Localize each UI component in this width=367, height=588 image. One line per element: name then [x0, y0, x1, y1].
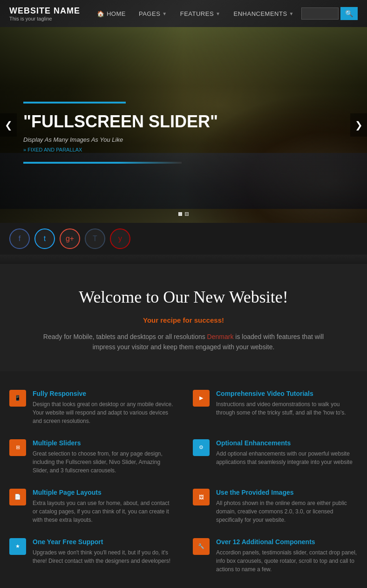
feature-desc-components: Accordion panels, testimonials slider, c…	[216, 548, 358, 574]
feature-title-sliders: Multiple Sliders	[33, 439, 174, 447]
hero-subtitle: Display As Many Images As You Like	[23, 136, 218, 143]
site-name: WEBSITE NAME	[9, 6, 80, 16]
social-bar: f t g+ T y	[0, 223, 367, 255]
feature-desc-video: Instructions and video demonstrations to…	[216, 400, 358, 417]
feature-title-images: Use the Provided Images	[216, 489, 358, 496]
hero-content: "FULLSCREEN SLIDER" Display As Many Imag…	[23, 102, 218, 164]
main-nav: 🏠 HOME PAGES ▼ FEATURES ▼ ENHANCEMENTS ▼…	[91, 7, 358, 20]
feature-video-tutorials: ▶ Comprehensive Video Tutorials Instruct…	[193, 390, 358, 425]
feature-text-components: Over 12 Additional Components Accordion …	[216, 538, 358, 574]
separator	[0, 255, 367, 264]
nav-pages[interactable]: PAGES ▼	[133, 7, 173, 20]
features-section: 📱 Fully Responsive Design that looks gre…	[0, 371, 367, 588]
feature-icon-video: ▶	[193, 390, 210, 407]
search-input[interactable]	[301, 7, 339, 20]
feature-fully-responsive: 📱 Fully Responsive Design that looks gre…	[9, 390, 174, 425]
feature-title-layouts: Multiple Page Layouts	[33, 489, 174, 496]
feature-text-sliders: Multiple Sliders Great selection to choo…	[33, 439, 174, 475]
hero-slider: "FULLSCREEN SLIDER" Display As Many Imag…	[0, 27, 367, 223]
feature-page-layouts: 📄 Multiple Page Layouts Extra layouts yo…	[9, 489, 174, 524]
feature-icon-support: ★	[9, 538, 26, 555]
feature-support: ★ One Year Free Support Upgrades we don'…	[9, 538, 174, 574]
feature-text-images: Use the Provided Images All photos shown…	[216, 489, 358, 524]
feature-desc-sliders: Great selection to choose from, for any …	[33, 450, 174, 475]
welcome-desc: Ready for Mobile, tablets and desktops o…	[39, 332, 328, 353]
hero-dot-1[interactable]	[178, 212, 182, 216]
features-arrow-icon: ▼	[216, 11, 220, 16]
site-brand: WEBSITE NAME This is your tagline	[9, 6, 80, 21]
hero-bottom-bar	[23, 162, 182, 164]
feature-components: 🔧 Over 12 Additional Components Accordio…	[193, 538, 358, 574]
site-tagline: This is your tagline	[9, 16, 80, 21]
tumblr-icon[interactable]: T	[85, 228, 105, 249]
feature-title-responsive: Fully Responsive	[33, 390, 174, 397]
denmark-link[interactable]: Denmark	[207, 333, 234, 340]
hero-title: "FULLSCREEN SLIDER"	[23, 112, 218, 131]
feature-text-responsive: Fully Responsive Design that looks great…	[33, 390, 174, 425]
feature-desc-responsive: Design that looks great on desktop or an…	[33, 400, 174, 425]
feature-title-enhancements: Optional Enhancements	[216, 439, 358, 447]
header: WEBSITE NAME This is your tagline 🏠 HOME…	[0, 0, 367, 27]
feature-title-components: Over 12 Additional Components	[216, 538, 358, 546]
nav-home[interactable]: 🏠 HOME	[91, 7, 131, 20]
facebook-icon[interactable]: f	[9, 228, 30, 249]
yelp-icon[interactable]: y	[110, 228, 130, 249]
hero-fixed-label: » FIXED AND PARALLAX	[23, 147, 218, 152]
nav-enhancements[interactable]: ENHANCEMENTS ▼	[228, 7, 299, 20]
feature-desc-images: All photos shown in the online demo are …	[216, 499, 358, 524]
welcome-section: Welcome to Our New Website! Your recipe …	[0, 264, 367, 371]
hero-dots	[178, 212, 189, 216]
pages-arrow-icon: ▼	[162, 11, 167, 16]
hero-dot-2[interactable]	[185, 212, 189, 216]
feature-icon-responsive: 📱	[9, 390, 26, 407]
feature-desc-support: Upgrades we don't think you'll need it, …	[33, 548, 174, 565]
twitter-icon[interactable]: t	[34, 228, 55, 249]
feature-title-support: One Year Free Support	[33, 538, 174, 546]
feature-desc-enhancements: Add optional enhancements with our power…	[216, 450, 358, 466]
feature-desc-layouts: Extra layouts you can use for home, abou…	[33, 499, 174, 524]
feature-icon-sliders: ⊞	[9, 439, 26, 456]
google-plus-icon[interactable]: g+	[60, 228, 80, 249]
feature-icon-layouts: 📄	[9, 489, 26, 505]
feature-images: 🖼 Use the Provided Images All photos sho…	[193, 489, 358, 524]
feature-icon-enhancements: ⚙	[193, 439, 210, 456]
feature-title-video: Comprehensive Video Tutorials	[216, 390, 358, 397]
hero-top-bar	[23, 102, 126, 104]
feature-text-support: One Year Free Support Upgrades we don't …	[33, 538, 174, 565]
search-button[interactable]: 🔍	[340, 7, 358, 20]
hero-prev-button[interactable]: ❮	[0, 113, 17, 137]
features-grid: 📱 Fully Responsive Design that looks gre…	[9, 390, 358, 574]
enhancements-arrow-icon: ▼	[289, 11, 294, 16]
home-icon: 🏠	[97, 10, 105, 17]
welcome-title: Welcome to Our New Website!	[14, 287, 353, 307]
feature-sliders: ⊞ Multiple Sliders Great selection to ch…	[9, 439, 174, 475]
welcome-recipe: Your recipe for success!	[14, 316, 353, 324]
feature-icon-components: 🔧	[193, 538, 210, 555]
feature-text-enhancements: Optional Enhancements Add optional enhan…	[216, 439, 358, 466]
feature-text-layouts: Multiple Page Layouts Extra layouts you …	[33, 489, 174, 524]
feature-text-video: Comprehensive Video Tutorials Instructio…	[216, 390, 358, 417]
hero-next-button[interactable]: ❯	[350, 113, 367, 137]
feature-enhancements: ⚙ Optional Enhancements Add optional enh…	[193, 439, 358, 475]
nav-features[interactable]: FEATURES ▼	[175, 7, 226, 20]
feature-icon-images: 🖼	[193, 489, 210, 505]
